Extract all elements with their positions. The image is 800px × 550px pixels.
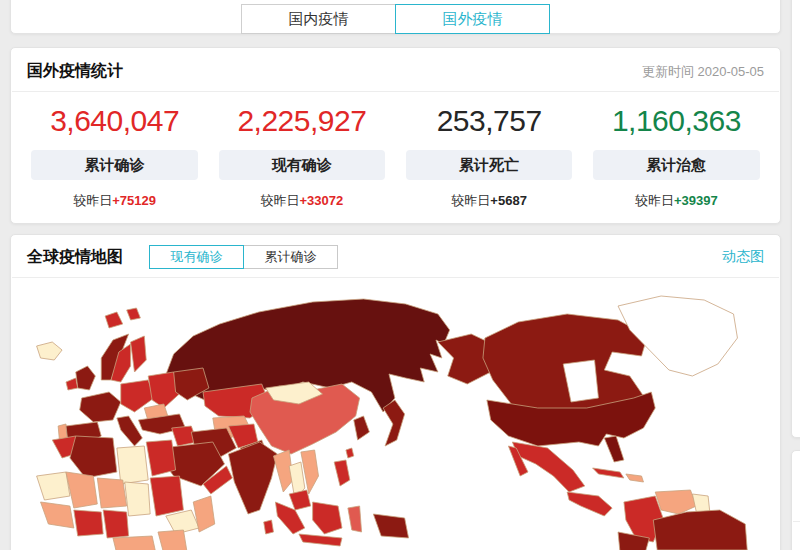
map-region-ireland[interactable] [66,378,78,390]
global-map-card: 全球疫情地图 现有确诊 累计确诊 动态图 [10,234,781,550]
map-region-taiwan[interactable] [346,448,354,458]
map-region-central-america[interactable] [567,492,612,516]
map-region-nigeria[interactable] [103,510,128,538]
delta-value: +39397 [674,193,718,208]
stat-label: 累计治愈 [593,150,759,180]
map-region-france[interactable] [80,392,121,422]
dynamic-chart-link[interactable]: 动态图 [722,248,764,266]
stats-row: 3,640,047 累计确诊 较昨日+75129 2,225,927 现有确诊 … [11,92,780,210]
stat-delta: 较昨日+5687 [402,192,577,210]
update-time-label: 更新时间 2020-05-05 [642,63,764,81]
tab-foreign-epidemic[interactable]: 国外疫情 [395,4,550,34]
delta-value: +75129 [112,193,156,208]
map-region-libya[interactable] [117,446,148,484]
toggle-cumulative-confirmed[interactable]: 累计确诊 [243,245,338,269]
map-region-venezuela[interactable] [655,490,696,514]
map-region-borneo[interactable] [313,502,342,534]
world-map-svg [19,282,758,550]
toggle-current-confirmed[interactable]: 现有确诊 [149,245,244,269]
map-region-india[interactable] [228,442,277,514]
delta-prefix: 较昨日 [261,193,300,208]
map-region-novaya-zemlya[interactable] [127,308,141,320]
stat-label: 累计死亡 [406,150,572,180]
map-region-east-africa[interactable] [158,530,187,550]
stat-delta: 较昨日+39397 [589,192,764,210]
map-region-new-guinea[interactable] [373,514,408,538]
stat-value: 1,160,363 [589,103,764,139]
map-region-cuba[interactable] [593,468,624,478]
map-region-finland[interactable] [131,336,147,372]
map-region-ghana-ivory-coast[interactable] [74,510,103,536]
map-region-hispaniola[interactable] [626,474,644,482]
stat-value: 3,640,047 [27,103,202,139]
map-region-algeria[interactable] [70,436,117,478]
delta-prefix: 较昨日 [635,193,674,208]
foreign-stats-card: 国外疫情统计 更新时间 2020-05-05 3,640,047 累计确诊 较昨… [10,47,781,224]
map-region-brazil[interactable] [653,510,747,550]
stat-delta: 较昨日+33072 [214,192,389,210]
map-region-mauritania[interactable] [37,472,70,500]
map-region-greenland[interactable] [618,296,737,376]
map-region-egypt[interactable] [146,440,175,476]
map-metric-toggle: 现有确诊 累计确诊 [149,245,338,269]
stat-current-confirmed: 2,225,927 现有确诊 较昨日+33072 [208,103,395,210]
map-region-south-korea[interactable] [354,416,370,440]
divider [793,521,800,522]
stat-label: 现有确诊 [219,150,385,180]
map-region-philippines[interactable] [334,460,350,486]
delta-prefix: 较昨日 [451,193,490,208]
stat-cumulative-confirmed: 3,640,047 累计确诊 较昨日+75129 [21,103,208,210]
map-region-florida[interactable] [604,436,624,462]
top-tab-card: 国内疫情 国外疫情 [10,0,781,34]
map-region-svalbard[interactable] [105,312,123,328]
map-region-japan[interactable] [383,400,405,446]
map-region-niger[interactable] [97,478,126,508]
adjacent-card-bottom [791,450,800,550]
stat-value: 253,757 [402,103,577,139]
map-region-iceland[interactable] [37,342,62,360]
map-region-chad[interactable] [125,482,150,516]
map-card-title: 全球疫情地图 [27,247,123,268]
map-region-sri-lanka[interactable] [264,520,274,534]
map-region-west-africa[interactable] [41,502,74,528]
map-region-sulawesi[interactable] [348,506,362,532]
map-region-uk[interactable] [76,366,96,390]
world-choropleth-map [11,278,780,550]
delta-prefix: 较昨日 [73,193,112,208]
map-region-sudan[interactable] [150,476,183,516]
stats-card-title: 国外疫情统计 [27,61,123,82]
stat-delta: 较昨日+75129 [27,192,202,210]
stat-label: 累计确诊 [31,150,197,180]
map-region-java[interactable] [299,534,342,546]
map-region-mali[interactable] [66,472,97,508]
stat-value: 2,225,927 [214,103,389,139]
tab-domestic-epidemic[interactable]: 国内疫情 [241,4,396,34]
map-region-malaysia[interactable] [289,490,311,510]
top-tab-group: 国内疫情 国外疫情 [11,0,780,34]
delta-value: +33072 [300,193,344,208]
delta-value: +5687 [490,193,527,208]
stat-cumulative-cured: 1,160,363 累计治愈 较昨日+39397 [583,103,770,210]
stat-cumulative-deaths: 253,757 累计死亡 较昨日+5687 [396,103,583,210]
map-region-congo[interactable] [113,536,156,550]
adjacent-card-top [791,0,800,438]
